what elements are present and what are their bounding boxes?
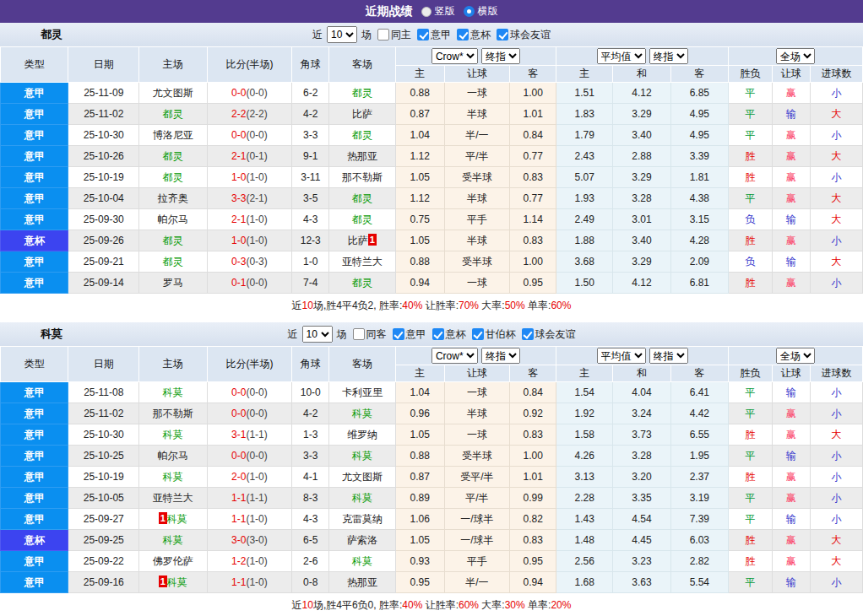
bookmaker-select[interactable]: Crow* (432, 48, 478, 64)
team-cell: 佛罗伦萨 (139, 551, 207, 572)
average-index-select[interactable]: 终指 (649, 48, 688, 64)
odds-cell: 0.95 (395, 572, 444, 593)
league-filter[interactable]: 球会友谊 (522, 327, 576, 342)
odds-cell: 一/球半 (444, 530, 509, 551)
team-cell: 科莫 (329, 446, 395, 467)
odds-index-select[interactable]: 终指 (481, 348, 520, 364)
result-cell: 大 (810, 424, 862, 446)
team-name-text: 帕尔马 (158, 213, 188, 225)
half-time-score: (1-0) (246, 513, 267, 525)
checkbox-unchecked-icon[interactable] (353, 328, 365, 340)
league-filter[interactable]: 意甲 (417, 28, 451, 42)
layout-option-horizontal[interactable]: 横版 (464, 4, 498, 19)
league-badge: 意甲 (1, 424, 68, 446)
checkbox-unchecked-icon[interactable] (377, 29, 389, 41)
team-name-text: 都灵 (163, 108, 183, 120)
team-cell: 科莫 (329, 551, 395, 572)
average-odds-cell: 3.73 (613, 424, 670, 446)
full-time-score: 1-0 (231, 171, 246, 183)
average-odds-cell: 1.95 (670, 446, 728, 467)
average-select[interactable]: 平均值 (597, 348, 646, 364)
average-odds-cell: 3.28 (613, 446, 670, 467)
league-badge: 意甲 (1, 167, 68, 188)
match-count-select[interactable]: 10 (327, 26, 357, 43)
sub-column-header: 主 (395, 66, 444, 83)
checkbox-checked-icon[interactable] (457, 29, 469, 41)
matches-table: 类型日期主场比分(半场)角球客场Crow*终指平均值终指全场主让球客主和客胜负让… (0, 46, 863, 294)
league-filter[interactable]: 球会友谊 (497, 28, 551, 42)
odds-cell: 平/半 (444, 488, 509, 509)
result-cell: 小 (810, 403, 862, 424)
full-time-score: 0-1 (231, 277, 246, 289)
team-name-text: 热那亚 (347, 576, 377, 588)
odds-index-select[interactable]: 终指 (481, 48, 520, 64)
corner-cell: 0-8 (292, 572, 329, 593)
average-odds-cell: 4.12 (613, 273, 670, 294)
odds-cell: 1.00 (510, 83, 556, 104)
result-cell: 平 (728, 382, 772, 403)
date-cell: 25-10-30 (68, 424, 139, 446)
team-cell: 比萨1 (329, 230, 395, 251)
team-name-text: 卡利亚里 (342, 386, 383, 398)
average-odds-cell: 3.28 (613, 188, 670, 209)
sub-column-header: 让球 (772, 66, 810, 83)
radio-checked-icon[interactable] (464, 6, 475, 17)
match-count-select[interactable]: 10 (302, 326, 333, 343)
scope-select[interactable]: 全场 (776, 348, 815, 364)
date-cell: 25-10-19 (68, 467, 139, 488)
team-cell: 都灵 (329, 125, 395, 146)
score-cell: 0-0(0-0) (207, 382, 292, 403)
team-cell: 博洛尼亚 (139, 125, 207, 146)
checkbox-checked-icon[interactable] (432, 328, 444, 340)
average-odds-cell: 6.41 (670, 382, 728, 403)
match-row: 意甲25-09-14罗马0-1(0-0)7-4都灵0.94一球0.951.504… (1, 273, 863, 294)
same-venue-filter[interactable]: 同客 (353, 327, 387, 342)
full-time-score: 0-3 (231, 256, 246, 267)
checkbox-checked-icon[interactable] (472, 328, 484, 340)
result-cell: 输 (772, 509, 810, 530)
result-cell: 赢 (772, 188, 810, 209)
average-odds-cell: 3.39 (670, 146, 728, 167)
full-time-score: 3-1 (231, 429, 246, 440)
team-section: 都灵近10场同主意甲意杯球会友谊类型日期主场比分(半场)角球客场Crow*终指平… (0, 23, 863, 319)
layout-option-vertical[interactable]: 竖版 (421, 4, 455, 19)
scope-select[interactable]: 全场 (776, 48, 815, 64)
average-odds-cell: 3.01 (613, 209, 670, 230)
result-cell: 平 (728, 188, 772, 209)
league-badge: 意甲 (1, 572, 68, 593)
date-cell: 25-09-22 (68, 551, 139, 572)
checkbox-checked-icon[interactable] (417, 29, 429, 41)
checkbox-checked-icon[interactable] (497, 29, 508, 41)
team-cell: 萨索洛 (329, 530, 395, 551)
half-time-score: (0-0) (246, 450, 267, 462)
team-cell: 1科莫 (139, 509, 207, 530)
checkbox-checked-icon[interactable] (522, 328, 534, 340)
average-odds-cell: 1.54 (556, 382, 613, 403)
radio-unchecked-icon[interactable] (421, 7, 432, 17)
league-filter[interactable]: 甘伯杯 (472, 327, 516, 342)
match-row: 意甲25-09-21都灵0-3(0-3)1-0亚特兰大0.88受半球1.003.… (1, 251, 863, 273)
result-cell: 输 (772, 572, 810, 593)
average-odds-cell: 4.95 (670, 125, 728, 146)
match-row: 意甲25-09-161科莫1-1(1-0)0-8热那亚0.95半/一0.941.… (1, 572, 863, 593)
bookmaker-select[interactable]: Crow* (432, 348, 478, 364)
odds-cell: 0.87 (395, 467, 444, 488)
result-cell: 胜 (728, 530, 772, 551)
league-filter[interactable]: 意杯 (432, 327, 466, 342)
league-filter[interactable]: 意杯 (457, 28, 491, 42)
checkbox-checked-icon[interactable] (393, 328, 404, 340)
result-cell: 小 (810, 488, 862, 509)
team-cell: 都灵 (139, 146, 207, 167)
sub-column-header: 胜负 (728, 66, 772, 83)
match-row: 意甲25-11-09尤文图斯0-0(0-0)6-2都灵0.88一球1.001.5… (1, 83, 863, 104)
average-select[interactable]: 平均值 (597, 48, 646, 64)
match-row: 意甲25-10-19科莫2-0(1-0)4-1尤文图斯0.87受平/半1.013… (1, 467, 863, 488)
summary-segment: 近 (292, 300, 302, 311)
average-index-select[interactable]: 终指 (649, 348, 688, 364)
same-venue-filter[interactable]: 同主 (377, 28, 411, 42)
league-filter[interactable]: 意甲 (393, 327, 426, 342)
average-odds-cell: 1.79 (556, 125, 613, 146)
date-cell: 25-10-05 (68, 488, 139, 509)
team-cell: 亚特兰大 (139, 488, 207, 509)
corner-cell: 2-6 (292, 551, 329, 572)
